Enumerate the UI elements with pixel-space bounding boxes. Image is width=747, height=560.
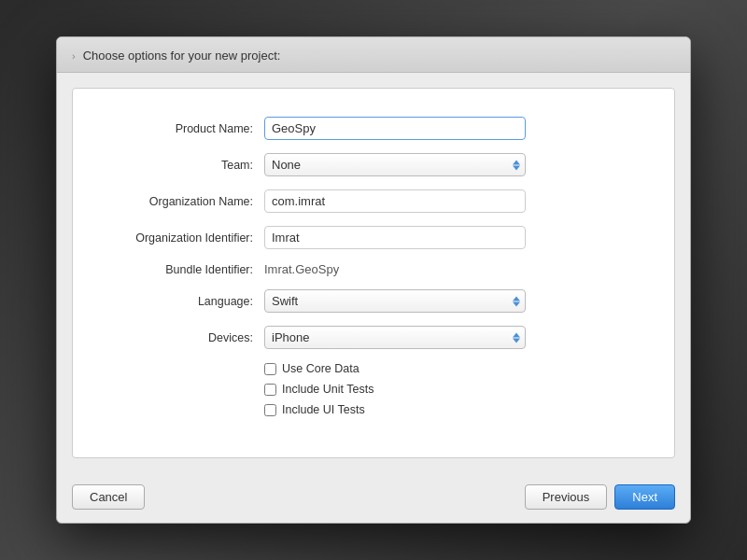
org-name-label: Organization Name: [92, 195, 264, 208]
bundle-id-label: Bundle Identifier: [92, 263, 264, 276]
team-label: Team: [92, 159, 264, 172]
modal-title: Choose options for your new project: [83, 49, 281, 63]
checkboxes-group: Use Core Data Include Unit Tests Include… [264, 362, 374, 416]
product-name-row: Product Name: [92, 117, 655, 140]
include-ui-tests-item: Include UI Tests [264, 403, 374, 416]
modal-header: › Choose options for your new project: [57, 37, 690, 73]
use-core-data-label: Use Core Data [282, 362, 359, 375]
language-field: Swift Objective-C [264, 289, 526, 313]
footer-right-buttons: Previous Next [525, 484, 675, 510]
org-id-row: Organization Identifier: [92, 226, 655, 249]
bundle-id-value: Imrat.GeoSpy [264, 262, 339, 276]
product-name-label: Product Name: [92, 122, 264, 135]
use-core-data-checkbox[interactable] [264, 363, 276, 375]
team-select-wrapper: None Add an Account... [264, 153, 526, 176]
team-row: Team: None Add an Account... [92, 153, 655, 176]
devices-select-wrapper: iPhone iPad Universal [264, 326, 526, 349]
org-id-field [264, 226, 526, 249]
use-core-data-item: Use Core Data [264, 362, 374, 375]
include-ui-tests-label: Include UI Tests [282, 403, 365, 416]
team-select[interactable]: None Add an Account... [264, 153, 526, 176]
checkboxes-row: Use Core Data Include Unit Tests Include… [92, 362, 655, 416]
previous-button[interactable]: Previous [525, 484, 608, 510]
include-unit-tests-label: Include Unit Tests [282, 383, 374, 396]
org-name-row: Organization Name: [92, 189, 655, 213]
next-button[interactable]: Next [614, 484, 675, 510]
modal-footer: Cancel Previous Next [57, 473, 690, 523]
devices-label: Devices: [92, 331, 264, 344]
org-name-field [264, 189, 526, 213]
include-unit-tests-checkbox[interactable] [264, 384, 276, 396]
chevron-icon: › [72, 50, 76, 62]
devices-row: Devices: iPhone iPad Universal [92, 326, 655, 349]
modal-body: Product Name: Team: None Add an Account.… [72, 88, 675, 458]
language-label: Language: [92, 295, 264, 308]
org-id-label: Organization Identifier: [92, 231, 264, 245]
org-name-input[interactable] [264, 189, 526, 213]
project-options-dialog: › Choose options for your new project: P… [56, 36, 691, 524]
org-id-input[interactable] [264, 226, 526, 249]
language-select-wrapper: Swift Objective-C [264, 289, 526, 313]
modal-window: › Choose options for your new project: P… [56, 36, 691, 524]
include-unit-tests-item: Include Unit Tests [264, 383, 374, 396]
team-field: None Add an Account... [264, 153, 526, 176]
product-name-field [264, 117, 526, 140]
include-ui-tests-checkbox[interactable] [264, 404, 276, 416]
language-row: Language: Swift Objective-C [92, 289, 655, 313]
bundle-id-field: Imrat.GeoSpy [264, 262, 526, 276]
bundle-id-row: Bundle Identifier: Imrat.GeoSpy [92, 262, 655, 276]
language-select[interactable]: Swift Objective-C [264, 289, 526, 313]
product-name-input[interactable] [264, 117, 526, 140]
cancel-button[interactable]: Cancel [72, 484, 145, 510]
devices-select[interactable]: iPhone iPad Universal [264, 326, 526, 349]
devices-field: iPhone iPad Universal [264, 326, 526, 349]
